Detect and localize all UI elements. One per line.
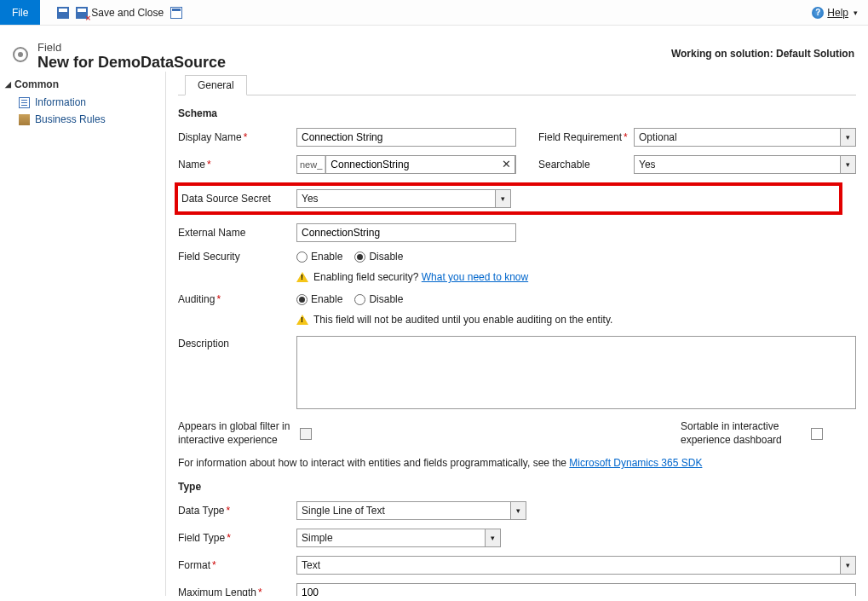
sidebar-item-label: Business Rules bbox=[35, 113, 106, 125]
toolbar: File Save and Close ? Help ▾ bbox=[0, 0, 868, 26]
field-type-label: Field Type bbox=[178, 532, 225, 544]
sidebar-item-business-rules[interactable]: Business Rules bbox=[5, 111, 160, 128]
auditing-enable-radio[interactable] bbox=[296, 294, 308, 305]
chevron-down-icon: ▾ bbox=[495, 190, 510, 207]
data-source-secret-select[interactable]: Yes ▾ bbox=[296, 189, 511, 208]
section-schema-title: Schema bbox=[178, 107, 856, 119]
save-close-label: Save and Close bbox=[91, 7, 164, 19]
max-length-input[interactable] bbox=[296, 583, 856, 596]
external-name-label: External Name bbox=[178, 227, 245, 239]
help-label: Help bbox=[827, 7, 848, 19]
format-label: Format bbox=[178, 559, 210, 571]
description-textarea[interactable] bbox=[296, 336, 856, 409]
sidebar-group-label: Common bbox=[14, 78, 59, 90]
field-type-value: Simple bbox=[302, 532, 333, 544]
display-name-label: Display Name bbox=[178, 131, 242, 143]
data-type-label: Data Type bbox=[178, 505, 224, 517]
chevron-down-icon: ▾ bbox=[840, 129, 855, 146]
enable-label: Enable bbox=[311, 293, 342, 305]
field-security-info-link[interactable]: What you need to know bbox=[422, 271, 528, 283]
chevron-down-icon: ▾ bbox=[485, 529, 500, 546]
disable-label: Disable bbox=[369, 251, 403, 263]
field-security-info: Enabling field security? What you need t… bbox=[296, 271, 856, 283]
save-icon[interactable] bbox=[57, 7, 69, 19]
sidebar-group-common[interactable]: ◢ Common bbox=[5, 78, 160, 90]
description-label: Description bbox=[178, 338, 229, 350]
name-label: Name bbox=[178, 159, 205, 170]
file-menu-button[interactable]: File bbox=[0, 0, 40, 25]
svg-point-1 bbox=[18, 52, 23, 57]
page-header: Field New for DemoDataSource Working on … bbox=[0, 26, 868, 72]
enable-label: Enable bbox=[311, 251, 342, 263]
help-menu[interactable]: ? Help ▾ bbox=[812, 0, 868, 25]
collapse-icon: ◢ bbox=[5, 80, 11, 89]
global-filter-label: Appears in global filter in interactive … bbox=[178, 420, 293, 447]
file-menu-label: File bbox=[12, 7, 28, 19]
auditing-label: Auditing bbox=[178, 293, 215, 305]
field-type-select[interactable]: Simple ▾ bbox=[296, 529, 501, 547]
sdk-link[interactable]: Microsoft Dynamics 365 SDK bbox=[569, 457, 702, 469]
save-close-icon bbox=[76, 7, 88, 19]
entity-type-label: Field bbox=[37, 41, 226, 54]
chevron-down-icon: ▾ bbox=[854, 9, 858, 17]
sidebar-item-label: Information bbox=[35, 96, 86, 108]
working-solution: Working on solution: Default Solution bbox=[671, 41, 858, 60]
data-type-select[interactable]: Single Line of Text ▾ bbox=[296, 501, 526, 520]
field-security-label: Field Security bbox=[178, 251, 240, 263]
data-source-secret-value: Yes bbox=[302, 193, 319, 205]
clear-icon[interactable]: ✕ bbox=[502, 158, 511, 170]
format-value: Text bbox=[302, 559, 320, 571]
data-source-secret-label: Data Source Secret bbox=[181, 193, 271, 205]
highlighted-field: Data Source Secret Yes ▾ bbox=[175, 182, 842, 215]
chevron-down-icon: ▾ bbox=[840, 156, 855, 173]
tab-general[interactable]: General bbox=[185, 75, 247, 95]
global-filter-checkbox[interactable] bbox=[300, 428, 312, 440]
chevron-down-icon: ▾ bbox=[840, 557, 855, 574]
display-name-input[interactable] bbox=[296, 128, 516, 147]
disable-label: Disable bbox=[369, 293, 403, 305]
name-input-wrapper: new_ ✕ bbox=[296, 155, 516, 174]
help-icon: ? bbox=[812, 7, 824, 19]
field-security-disable-radio[interactable] bbox=[354, 251, 365, 263]
name-prefix: new_ bbox=[297, 156, 325, 173]
sidebar: ◢ Common Information Business Rules bbox=[0, 72, 166, 596]
sidebar-item-information[interactable]: Information bbox=[5, 94, 160, 111]
save-close-button[interactable]: Save and Close bbox=[76, 7, 164, 19]
tab-label: General bbox=[198, 79, 234, 91]
searchable-label: Searchable bbox=[538, 159, 590, 170]
name-input[interactable] bbox=[325, 155, 515, 174]
field-requirement-value: Optional bbox=[639, 131, 677, 143]
field-requirement-label: Field Requirement bbox=[538, 131, 622, 143]
sortable-checkbox[interactable] bbox=[811, 428, 823, 440]
auditing-info: This field will not be audited until you… bbox=[296, 314, 856, 326]
tabstrip: General bbox=[185, 75, 856, 95]
warning-icon bbox=[296, 272, 308, 282]
searchable-select[interactable]: Yes ▾ bbox=[634, 155, 856, 174]
max-length-label: Maximum Length bbox=[178, 587, 256, 596]
business-rules-icon bbox=[19, 114, 30, 125]
chevron-down-icon: ▾ bbox=[510, 502, 526, 519]
entity-icon bbox=[10, 44, 31, 65]
main-panel: General Schema Display Name* Field Requi… bbox=[166, 72, 868, 596]
sdk-info: For information about how to interact wi… bbox=[178, 457, 856, 469]
information-icon bbox=[19, 97, 30, 108]
page-title: New for DemoDataSource bbox=[37, 54, 226, 72]
field-security-enable-radio[interactable] bbox=[296, 251, 308, 263]
sortable-label: Sortable in interactive experience dashb… bbox=[681, 420, 804, 447]
external-name-input[interactable] bbox=[296, 223, 516, 242]
warning-icon bbox=[296, 315, 308, 325]
format-select[interactable]: Text ▾ bbox=[296, 556, 856, 575]
section-type-title: Type bbox=[178, 481, 856, 493]
searchable-value: Yes bbox=[639, 159, 656, 170]
auditing-disable-radio[interactable] bbox=[354, 294, 365, 305]
form-properties-icon[interactable] bbox=[170, 7, 182, 19]
data-type-value: Single Line of Text bbox=[302, 505, 385, 517]
field-requirement-select[interactable]: Optional ▾ bbox=[634, 128, 856, 147]
